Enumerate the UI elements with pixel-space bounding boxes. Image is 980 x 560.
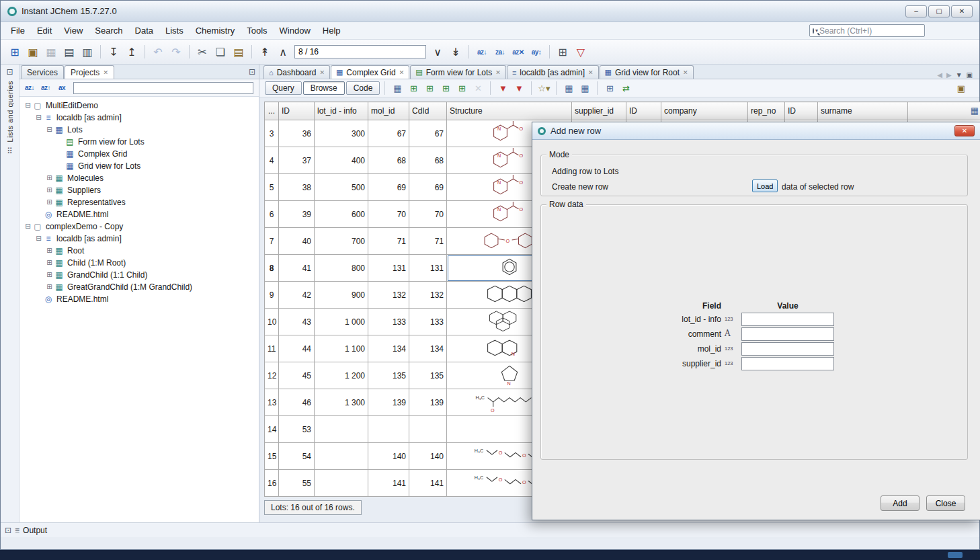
query-mode-button[interactable]: Query xyxy=(265,81,302,95)
sort-by-name-icon[interactable]: az↓ xyxy=(22,81,37,95)
cell-lot-row-11[interactable]: 1 100 xyxy=(315,335,368,362)
dock-window-icon[interactable]: ⊡ xyxy=(6,67,13,77)
expander-icon[interactable]: ⊞ xyxy=(45,184,54,196)
cell-lot-row-12[interactable]: 1 200 xyxy=(315,362,368,389)
open-project-icon[interactable]: ▣ xyxy=(24,44,42,60)
cell-cdid-row-16[interactable]: 141 xyxy=(409,470,447,497)
menu-lists[interactable]: Lists xyxy=(159,23,190,38)
tree-node-form-view-for-lots[interactable]: ▤Form view for Lots xyxy=(19,136,259,148)
cell-lot-row-14[interactable] xyxy=(315,416,368,443)
tab-list-dropdown-icon[interactable]: ▼ xyxy=(956,71,963,79)
cell-mol-row-11[interactable]: 134 xyxy=(368,335,409,362)
menu-window[interactable]: Window xyxy=(274,23,317,38)
add-row-icon[interactable]: ⊞ xyxy=(406,81,421,95)
cell-cdid-row-15[interactable]: 140 xyxy=(409,443,447,470)
tab-localdb-as-admin[interactable]: ≡localdb [as admin]✕ xyxy=(507,65,599,79)
row-header-12[interactable]: 12 xyxy=(265,362,279,389)
row-header-13[interactable]: 13 xyxy=(265,389,279,416)
dialog-close-button[interactable]: ✕ xyxy=(954,125,975,136)
sort-by-type-icon[interactable]: az↑ xyxy=(38,81,53,95)
expander-icon[interactable]: ⊟ xyxy=(24,221,32,233)
grid-views-icon[interactable]: ▦ xyxy=(561,81,576,95)
row-header-8[interactable]: 8 xyxy=(265,255,279,282)
copy-icon[interactable]: ❏ xyxy=(212,44,229,60)
maximize-button[interactable]: ▢ xyxy=(928,5,950,17)
search-input[interactable] xyxy=(819,26,924,36)
panel-tab-services[interactable]: Services xyxy=(21,65,64,79)
expander-icon[interactable]: ⊞ xyxy=(45,172,54,184)
tree-node-child-1-m-root[interactable]: ⊞▦Child (1:M Root) xyxy=(19,257,259,269)
cut-icon[interactable]: ✂ xyxy=(194,44,211,60)
close-tab-icon[interactable]: ✕ xyxy=(319,69,325,76)
cell-lot-row-8[interactable]: 800 xyxy=(315,255,368,282)
cell-mol-row-8[interactable]: 131 xyxy=(368,255,409,282)
cell-lot-row-7[interactable]: 700 xyxy=(315,228,368,255)
cell-cdid-row-4[interactable]: 68 xyxy=(409,147,447,174)
tree-node-grandchild-1-1-child[interactable]: ⊞▦GrandChild (1:1 Child) xyxy=(19,269,259,281)
cell-id-row-12[interactable]: 45 xyxy=(279,362,315,389)
tree-node-readme-html[interactable]: ◎README.html xyxy=(19,208,259,221)
cell-cdid-row-5[interactable]: 69 xyxy=(409,174,447,201)
column-chooser-icon[interactable]: ▦ xyxy=(971,106,979,116)
print-icon[interactable]: ▤ xyxy=(60,44,78,60)
cell-cdid-row-8[interactable]: 131 xyxy=(409,255,447,282)
redo-icon[interactable]: ↷ xyxy=(167,44,185,60)
edit-data-icon[interactable]: ▦ xyxy=(390,81,405,95)
menu-chemistry[interactable]: Chemistry xyxy=(190,23,241,38)
row-header-16[interactable]: 16 xyxy=(265,470,279,497)
cell-mol-row-3[interactable]: 67 xyxy=(368,120,409,147)
maximize-view-icon[interactable]: ▣ xyxy=(967,71,973,79)
row-header-11[interactable]: 11 xyxy=(265,335,279,362)
queries-waffle-icon[interactable]: ⠿ xyxy=(7,147,13,156)
row-header-3[interactable]: 3 xyxy=(265,120,279,147)
row-header-6[interactable]: 6 xyxy=(265,201,279,228)
tree-filter-input[interactable] xyxy=(73,82,253,94)
last-record-icon[interactable]: ↡ xyxy=(447,44,464,60)
tree-node-root[interactable]: ⊞▦Root xyxy=(19,245,259,257)
column-header-mol[interactable]: mol_id xyxy=(368,102,409,120)
sort-ascending-icon[interactable]: az↓ xyxy=(473,44,491,60)
taskbar-item[interactable] xyxy=(948,552,963,558)
filter-rows-icon[interactable]: ▼ xyxy=(495,81,510,95)
menu-file[interactable]: File xyxy=(5,23,31,38)
panel-tab-projects[interactable]: Projects✕ xyxy=(65,65,114,79)
edit-filter-icon[interactable]: ▼ xyxy=(512,81,526,95)
row-header-10[interactable]: 10 xyxy=(265,309,279,335)
previous-record-icon[interactable]: ∧ xyxy=(274,44,292,60)
tree-node-complexdemo-copy[interactable]: ⊟▢complexDemo - Copy xyxy=(19,221,259,233)
minimize-button[interactable]: ‒ xyxy=(905,5,927,17)
tree-node-grid-view-for-lots[interactable]: ▦Grid view for Lots xyxy=(19,160,259,172)
tree-node-molecules[interactable]: ⊞▦Molecules xyxy=(19,172,259,184)
cell-id-row-11[interactable]: 44 xyxy=(279,335,315,362)
menu-help[interactable]: Help xyxy=(317,23,347,38)
restore-group-icon[interactable]: ⊡ xyxy=(5,526,11,535)
next-record-icon[interactable]: ∨ xyxy=(429,44,446,60)
field-input-supplier-id[interactable] xyxy=(741,357,834,370)
clear-filter-icon[interactable]: ▽ xyxy=(572,44,589,60)
tab-form-view-for-lots[interactable]: ▤Form view for Lots✕ xyxy=(410,65,506,79)
column-header-id2[interactable]: ID xyxy=(626,102,661,120)
expander-icon[interactable]: ⊞ xyxy=(45,281,54,293)
expander-icon[interactable]: ⊞ xyxy=(45,257,54,269)
cell-id-row-15[interactable]: 54 xyxy=(279,443,315,470)
dialog-titlebar[interactable]: Add new row ✕ xyxy=(532,122,980,140)
cell-lot-row-16[interactable] xyxy=(315,470,368,497)
tree-node-greatgrandchild-1-m-grandchild[interactable]: ⊞▦GreatGrandChild (1:M GrandChild) xyxy=(19,281,259,293)
cell-mol-row-6[interactable]: 70 xyxy=(368,201,409,228)
column-header-id[interactable]: ID xyxy=(279,102,315,120)
cell-lot-row-3[interactable]: 300 xyxy=(315,120,368,147)
cell-lot-row-13[interactable]: 1 300 xyxy=(315,389,368,416)
cell-mol-row-7[interactable]: 71 xyxy=(368,228,409,255)
row-header-14[interactable]: 14 xyxy=(265,416,279,443)
add-button[interactable]: Add xyxy=(881,495,920,511)
cell-cdid-row-12[interactable]: 135 xyxy=(409,362,447,389)
add-row-ci-icon[interactable]: ⊞ xyxy=(438,81,453,95)
close-tab-icon[interactable]: ✕ xyxy=(588,69,594,76)
row-header-4[interactable]: 4 xyxy=(265,147,279,174)
tab-complex-grid[interactable]: ▦Complex Grid✕ xyxy=(331,65,409,79)
cell-mol-row-4[interactable]: 68 xyxy=(368,147,409,174)
tab-grid-view-for-root[interactable]: ▦Grid view for Root✕ xyxy=(600,65,694,79)
cell-id-row-10[interactable]: 43 xyxy=(279,309,315,335)
menu-tools[interactable]: Tools xyxy=(241,23,273,38)
cell-cdid-row-14[interactable] xyxy=(409,416,447,443)
